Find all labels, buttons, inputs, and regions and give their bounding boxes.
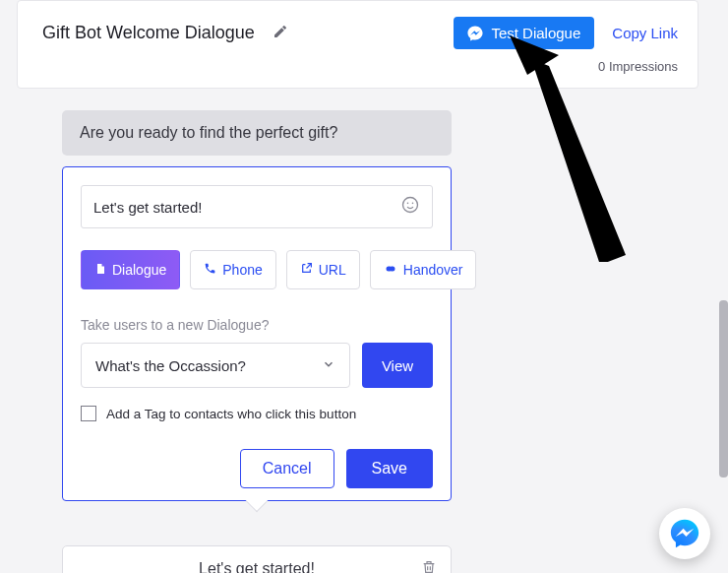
- type-handover-label: Handover: [403, 262, 463, 278]
- action-row: Cancel Save: [81, 449, 433, 488]
- tag-row: Add a Tag to contacts who click this but…: [81, 406, 433, 421]
- emoji-icon[interactable]: [400, 195, 420, 220]
- messenger-fab[interactable]: [659, 508, 710, 559]
- messenger-icon: [467, 26, 483, 41]
- document-icon: [94, 262, 106, 279]
- view-button[interactable]: View: [362, 343, 433, 388]
- type-dialogue-label: Dialogue: [112, 262, 166, 278]
- impressions-count: 0 Impressions: [42, 59, 678, 74]
- tag-label: Add a Tag to contacts who click this but…: [106, 407, 356, 421]
- next-button-card[interactable]: Let's get started!: [62, 545, 452, 573]
- test-dialogue-button[interactable]: Test Dialogue: [454, 17, 594, 49]
- question-bar[interactable]: Are you ready to find the perfect gift?: [62, 110, 452, 156]
- handover-icon: [384, 263, 397, 278]
- question-text: Are you ready to find the perfect gift?: [80, 124, 337, 142]
- chevron-down-icon: [322, 357, 335, 374]
- dialogue-title: Gift Bot Welcome Dialogue: [42, 23, 255, 43]
- type-phone-button[interactable]: Phone: [190, 250, 275, 289]
- test-dialogue-label: Test Dialogue: [491, 25, 580, 41]
- svg-marker-4: [531, 59, 626, 262]
- destination-hint: Take users to a new Dialogue?: [81, 317, 433, 333]
- type-dialogue-button[interactable]: Dialogue: [81, 250, 180, 289]
- type-url-label: URL: [319, 262, 346, 278]
- type-url-button[interactable]: URL: [286, 250, 360, 289]
- header-row: Gift Bot Welcome Dialogue Test Dialogue …: [42, 17, 678, 49]
- button-label-input-wrap[interactable]: [81, 185, 433, 228]
- tag-checkbox[interactable]: [81, 406, 96, 421]
- button-label-input[interactable]: [93, 199, 400, 216]
- button-type-row: Dialogue Phone URL Handover: [81, 250, 433, 289]
- phone-icon: [204, 262, 216, 278]
- svg-point-0: [403, 197, 418, 212]
- button-editor-panel: Dialogue Phone URL Handover Take users t…: [62, 166, 452, 501]
- svg-point-1: [407, 202, 409, 204]
- destination-row: What's the Occassion? View: [81, 343, 433, 388]
- page-scrollbar[interactable]: [719, 300, 728, 478]
- type-phone-label: Phone: [222, 262, 262, 278]
- destination-select-value: What's the Occassion?: [95, 357, 246, 374]
- next-button-label: Let's get started!: [199, 560, 315, 573]
- trash-icon[interactable]: [421, 559, 437, 573]
- copy-link[interactable]: Copy Link: [612, 25, 678, 41]
- external-link-icon: [300, 262, 313, 278]
- save-button[interactable]: Save: [346, 449, 433, 488]
- type-handover-button[interactable]: Handover: [370, 250, 477, 289]
- panel-notch: [246, 489, 269, 512]
- cancel-button[interactable]: Cancel: [240, 449, 334, 488]
- destination-select[interactable]: What's the Occassion?: [81, 343, 350, 388]
- dialogue-header-card: Gift Bot Welcome Dialogue Test Dialogue …: [17, 0, 698, 89]
- svg-point-2: [412, 202, 414, 204]
- pencil-icon[interactable]: [273, 24, 288, 43]
